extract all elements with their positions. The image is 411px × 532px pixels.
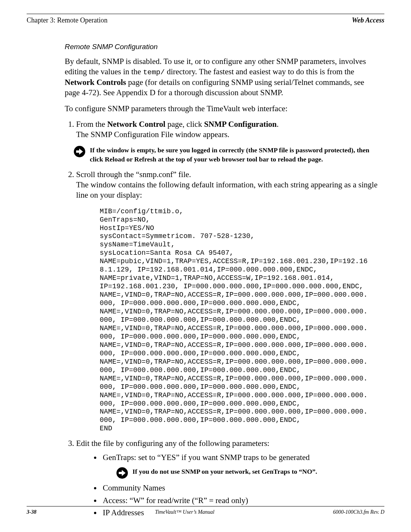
s1-line2: The SNMP Configuration File window appea… xyxy=(76,130,229,139)
s1-c: page, click xyxy=(166,120,204,129)
page-footer: 3-38 TimeVault™ User’s Manual 6000-100Ch… xyxy=(27,506,384,515)
note-2: If you do not use SNMP on your network, … xyxy=(116,466,381,479)
footer-title: TimeVault™ User’s Manual xyxy=(37,509,333,515)
header-right: Web Access xyxy=(352,16,384,24)
s1-bold-2: SNMP Configuration xyxy=(204,120,277,129)
s1-a: From the xyxy=(76,120,107,129)
bullet-access: Access: “W” for read/write (“R” = read o… xyxy=(101,494,381,507)
s3-line1: Edit the file by configuring any of the … xyxy=(76,439,269,448)
step-1: From the Network Control page, click SNM… xyxy=(76,119,381,164)
s2-line1: Scroll through the “snmp.conf” file. xyxy=(76,170,191,179)
bullet-gentraps: GenTraps: set to “YES” if you want SNMP … xyxy=(101,451,381,479)
section-heading: Remote SNMP Configuration xyxy=(65,43,381,51)
p1-bold: Network Controls xyxy=(65,78,126,87)
steps-list: From the Network Control page, click SNM… xyxy=(65,119,381,519)
header-left: Chapter 3: Remote Operation xyxy=(27,16,107,24)
running-header: Chapter 3: Remote Operation Web Access xyxy=(27,16,384,24)
intro-paragraph-2: To configure SNMP parameters through the… xyxy=(65,104,381,114)
bullet-community: Community Names xyxy=(101,482,381,494)
footer-rev: 6000-100Ch3.fm Rev. D xyxy=(333,509,384,515)
note-1: If the window is empty, be sure you logg… xyxy=(74,145,381,164)
arrow-right-icon xyxy=(116,467,128,479)
arrow-right-icon xyxy=(74,146,85,157)
intro-paragraph-1: By default, SNMP is disabled. To use it,… xyxy=(65,56,381,98)
rule-top xyxy=(27,14,384,14)
content-area: Remote SNMP Configuration By default, SN… xyxy=(27,43,384,519)
note-1-text: If the window is empty, be sure you logg… xyxy=(90,145,381,164)
s2-line2: The window contains the following defaul… xyxy=(76,180,378,200)
snmp-conf-block: MIB=/config/ttmib.o, GenTraps=NO, HostIp… xyxy=(100,208,381,433)
p1-code: temp/ xyxy=(143,68,165,77)
note-2-text: If you do not use SNMP on your network, … xyxy=(132,466,381,476)
footer-page-number: 3-38 xyxy=(27,509,37,515)
rule-bottom xyxy=(27,506,384,506)
bullet-gentraps-text: GenTraps: set to “YES” if you want SNMP … xyxy=(103,453,310,462)
s1-bold-1: Network Control xyxy=(107,120,166,129)
s1-d: . xyxy=(277,120,279,129)
step-2: Scroll through the “snmp.conf” file. The… xyxy=(76,169,381,433)
p1-text-b: directory. The fastest and easiest way t… xyxy=(165,67,354,76)
